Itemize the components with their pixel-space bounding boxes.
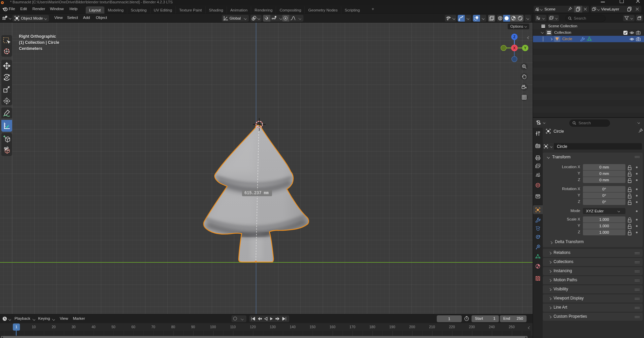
svg-text:Z: Z xyxy=(513,35,515,39)
svg-text:X: X xyxy=(513,46,515,50)
svg-text:Y: Y xyxy=(524,46,527,50)
